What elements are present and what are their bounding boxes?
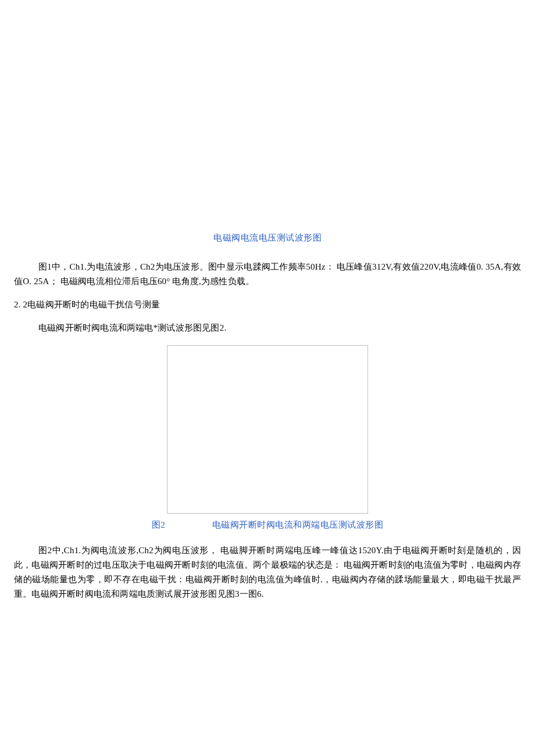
- figure2-label: 图2: [152, 519, 166, 531]
- paragraph-2: 电磁阀开断时阀电流和两端电*测试波形图见图2.: [14, 321, 521, 335]
- paragraph-3: 图2中,Ch1.为阀电流波形,Ch2为阀电压波形， 电磁脚开断时两端电压峰一峰值…: [14, 543, 521, 601]
- figure2-placeholder: [167, 345, 368, 514]
- document-page: 电磁阀电流电压测试波形图 图1中，Ch1.为电流波形，Ch2为电压波形。图中显示…: [0, 0, 535, 728]
- figure2-caption: 图2 电磁阀开断时阀电流和两端电压测试波形图: [14, 519, 521, 531]
- figure2-title: 电磁阀开断时阀电流和两端电压测试波形图: [212, 519, 384, 531]
- figure1-caption: 电磁阀电流电压测试波形图: [14, 232, 521, 243]
- paragraph-1: 图1中，Ch1.为电流波形，Ch2为电压波形。图中显示电蹂阀工作频率50Hz： …: [14, 260, 521, 289]
- section-2-2-heading: 2. 2电磁阀开断时的电磁干扰信号测量: [14, 299, 521, 310]
